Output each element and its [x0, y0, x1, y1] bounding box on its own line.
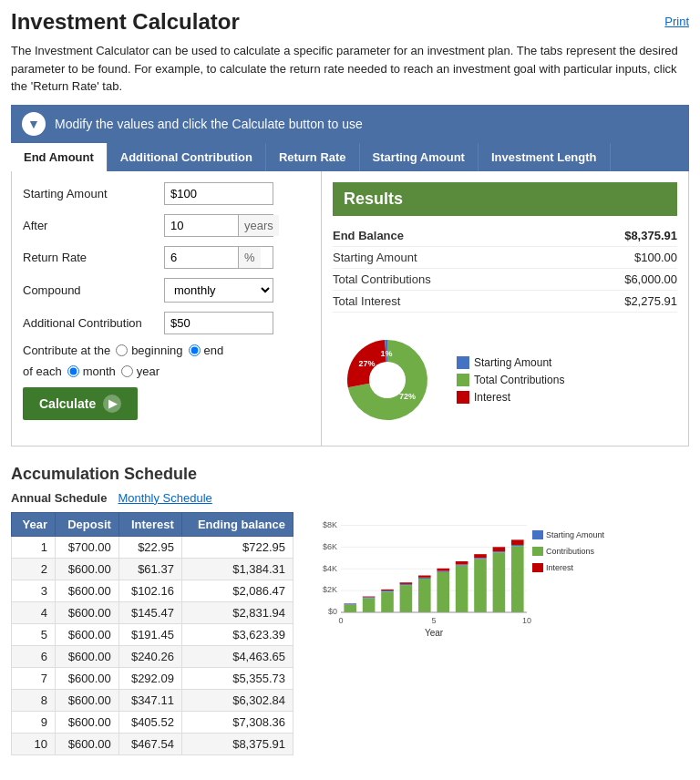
svg-rect-27 [418, 577, 431, 578]
svg-rect-25 [400, 582, 413, 584]
svg-text:Year: Year [425, 628, 444, 638]
additional-contribution-row: Additional Contribution [23, 312, 310, 334]
accumulation-content: Year Deposit Interest Ending balance 1$7… [11, 512, 689, 755]
result-starting-amount-row: Starting Amount $100.00 [333, 247, 677, 269]
end-balance-row: End Balance $8,375.91 [333, 225, 677, 247]
bar-chart: $0$2K$4K$6K$8K0510YearStarting AmountCon… [308, 512, 618, 640]
svg-rect-24 [400, 583, 413, 584]
compound-row: Compound daily monthly quarterly annuall… [23, 278, 310, 303]
svg-text:72%: 72% [399, 391, 416, 400]
svg-text:10: 10 [522, 616, 531, 625]
main-section: Starting Amount After years Return Rate … [11, 171, 689, 446]
schedule-table: Year Deposit Interest Ending balance 1$7… [11, 512, 293, 755]
tab-end-amount[interactable]: End Amount [11, 143, 108, 171]
calculate-label: Calculate [39, 396, 96, 411]
tab-bar: End Amount Additional Contribution Retur… [11, 143, 689, 171]
table-row: 7$600.00$292.09$5,355.73 [12, 667, 293, 689]
compound-label: Compound [23, 283, 164, 297]
svg-rect-49 [532, 530, 543, 539]
svg-rect-30 [437, 570, 449, 571]
svg-rect-36 [474, 558, 487, 559]
beginning-label: beginning [131, 344, 182, 357]
year-radio[interactable] [121, 365, 133, 377]
after-label: After [23, 219, 164, 232]
end-balance-label: End Balance [333, 229, 404, 242]
svg-text:$2K: $2K [323, 585, 337, 594]
starting-amount-row: Starting Amount [23, 182, 310, 205]
calculate-button[interactable]: Calculate ▶ [23, 387, 138, 420]
table-row: 6$600.00$240.26$4,463.65 [12, 645, 293, 667]
month-label: month [83, 364, 116, 378]
svg-text:$6K: $6K [323, 541, 337, 550]
return-rate-row: Return Rate % [23, 246, 310, 269]
end-radio[interactable] [189, 344, 201, 356]
table-row: 5$600.00$191.45$3,623.39 [12, 623, 293, 645]
tab-investment-length[interactable]: Investment Length [479, 143, 611, 171]
monthly-schedule-link[interactable]: Monthly Schedule [118, 491, 211, 505]
svg-rect-34 [456, 560, 468, 563]
svg-rect-19 [363, 596, 376, 597]
after-input[interactable] [165, 215, 238, 236]
svg-rect-23 [400, 585, 413, 612]
total-contributions-value: $6,000.00 [624, 272, 677, 286]
svg-rect-38 [493, 552, 506, 612]
table-row: 9$600.00$405.52$7,308.36 [12, 711, 293, 733]
col-ending: Ending balance [181, 512, 293, 536]
svg-text:Contributions: Contributions [546, 547, 595, 556]
starting-amount-input[interactable] [164, 182, 273, 205]
end-radio-label[interactable]: end [189, 344, 224, 357]
info-bar: ▼ Modify the values and click the Calcul… [11, 105, 689, 143]
total-contributions-label: Total Contributions [333, 272, 431, 286]
return-rate-label: Return Rate [23, 251, 164, 264]
year-radio-label[interactable]: year [121, 364, 160, 378]
page-title: Investment Calculator [11, 9, 240, 35]
svg-rect-35 [474, 559, 487, 612]
accumulation-title: Accumulation Schedule [11, 465, 689, 484]
table-row: 10$600.00$467.54$8,375.91 [12, 733, 293, 754]
legend-interest: Interest [457, 391, 564, 404]
svg-rect-40 [493, 547, 506, 551]
page-description: The Investment Calculator can be used to… [11, 42, 689, 96]
total-contributions-row: Total Contributions $6,000.00 [333, 269, 677, 291]
beginning-radio-label[interactable]: beginning [116, 344, 182, 357]
year-label: year [137, 364, 160, 378]
beginning-radio[interactable] [116, 344, 128, 356]
svg-rect-41 [511, 546, 524, 612]
month-radio-label[interactable]: month [67, 364, 116, 378]
col-interest: Interest [118, 512, 181, 536]
table-row: 1$700.00$22.95$722.95 [12, 536, 293, 558]
tab-additional-contribution[interactable]: Additional Contribution [108, 143, 266, 171]
table-row: 8$600.00$347.11$6,302.84 [12, 689, 293, 711]
annual-schedule-link[interactable]: Annual Schedule [11, 491, 107, 505]
svg-text:Starting Amount: Starting Amount [546, 530, 605, 539]
return-rate-suffix: % [238, 247, 261, 268]
return-rate-input[interactable] [165, 247, 238, 268]
compound-select[interactable]: daily monthly quarterly annually [164, 278, 273, 303]
accumulation-links: Annual Schedule Monthly Schedule [11, 491, 689, 505]
after-suffix: years [238, 215, 279, 236]
contribute-at-label: Contribute at the [23, 344, 110, 357]
legend-interest-label: Interest [474, 391, 510, 404]
tab-return-rate[interactable]: Return Rate [266, 143, 360, 171]
month-radio[interactable] [67, 365, 79, 377]
svg-rect-14 [344, 604, 356, 611]
legend-contributions: Total Contributions [457, 374, 564, 386]
starting-amount-label: Starting Amount [23, 187, 164, 200]
svg-text:Interest: Interest [546, 563, 574, 572]
table-row: 3$600.00$102.16$2,086.47 [12, 580, 293, 601]
legend-starting-label: Starting Amount [474, 356, 551, 369]
bar-chart-area: $0$2K$4K$6K$8K0510YearStarting AmountCon… [308, 512, 689, 755]
legend-starting: Starting Amount [457, 356, 564, 369]
total-interest-value: $2,275.91 [624, 294, 677, 308]
result-starting-label: Starting Amount [333, 251, 417, 264]
tab-starting-amount[interactable]: Starting Amount [360, 143, 479, 171]
svg-rect-32 [456, 565, 468, 611]
end-label: end [204, 344, 224, 357]
total-interest-row: Total Interest $2,275.91 [333, 291, 677, 313]
additional-contribution-label: Additional Contribution [23, 316, 164, 330]
additional-contribution-input[interactable] [164, 312, 273, 334]
svg-text:5: 5 [431, 616, 436, 625]
print-link[interactable]: Print [664, 9, 689, 28]
svg-text:$4K: $4K [323, 563, 337, 572]
play-icon: ▶ [103, 395, 121, 413]
